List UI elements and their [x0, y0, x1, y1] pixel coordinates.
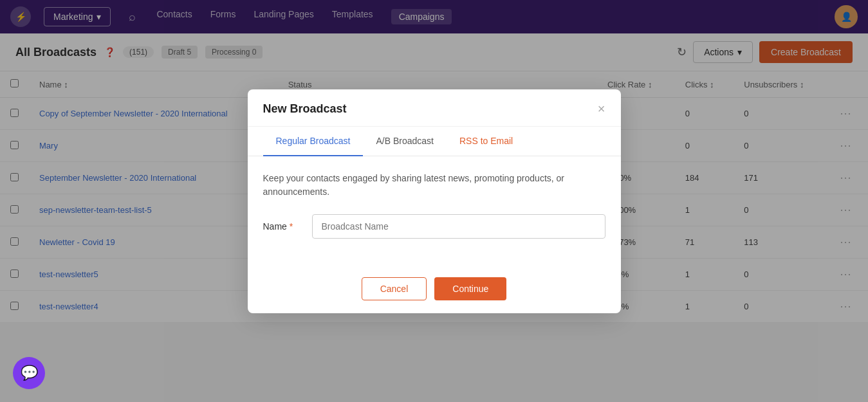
tab-regular-broadcast[interactable]: Regular Broadcast: [263, 127, 364, 156]
continue-button[interactable]: Continue: [434, 277, 506, 300]
modal-description: Keep your contacts engaged by sharing la…: [263, 172, 605, 199]
name-label: Name *: [263, 221, 302, 232]
modal-title: New Broadcast: [263, 102, 347, 116]
modal-overlay[interactable]: New Broadcast × Regular Broadcast A/B Br…: [0, 0, 868, 323]
modal-footer: Cancel Continue: [248, 267, 621, 313]
tab-ab-broadcast[interactable]: A/B Broadcast: [363, 127, 447, 156]
cancel-button[interactable]: Cancel: [362, 277, 427, 300]
modal-header: New Broadcast ×: [248, 89, 621, 127]
tab-rss-to-email[interactable]: RSS to Email: [447, 127, 526, 156]
modal-body: Keep your contacts engaged by sharing la…: [248, 156, 621, 267]
required-star: *: [290, 221, 293, 232]
modal-tabs: Regular Broadcast A/B Broadcast RSS to E…: [248, 127, 621, 156]
new-broadcast-modal: New Broadcast × Regular Broadcast A/B Br…: [248, 89, 621, 313]
name-form-row: Name *: [263, 214, 605, 239]
broadcast-name-input[interactable]: [312, 214, 605, 239]
modal-close-button[interactable]: ×: [598, 102, 605, 115]
